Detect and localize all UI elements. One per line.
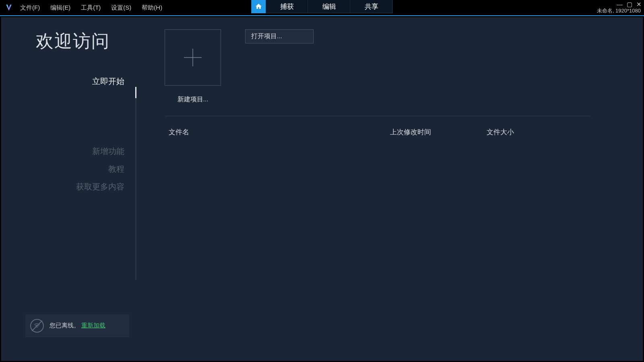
app-logo-icon <box>4 3 14 12</box>
menu-tools[interactable]: 工具(T) <box>79 3 102 12</box>
menu-bar: 文件(F) 编辑(E) 工具(T) 设置(S) 帮助(H) <box>19 3 164 12</box>
offline-icon <box>30 319 44 333</box>
sidebar-item-whats-new[interactable]: 新增功能 <box>1 142 136 160</box>
document-status: 未命名, 1920*1080 <box>597 7 641 14</box>
tab-share[interactable]: 共享 <box>351 0 393 13</box>
divider <box>165 116 590 116</box>
window-controls: — ▢ ✕ <box>617 0 642 8</box>
sidebar-scroll-indicator <box>135 87 136 280</box>
col-filesize: 文件大小 <box>487 128 590 137</box>
offline-card: 您已离线。 重新加载 <box>25 314 129 337</box>
sidebar-item-tutorials[interactable]: 教程 <box>1 160 136 178</box>
menu-help[interactable]: 帮助(H) <box>140 3 164 12</box>
menu-edit[interactable]: 编辑(E) <box>49 3 72 12</box>
tab-home[interactable] <box>252 0 266 13</box>
sidebar: 欢迎访问 立即开始 新增功能 教程 获取更多内容 您已离线。 重新加载 <box>1 17 136 361</box>
sidebar-item-start[interactable]: 立即开始 <box>1 72 136 90</box>
sidebar-indicator-thumb <box>135 87 136 98</box>
tab-capture[interactable]: 捕获 <box>266 0 308 13</box>
recent-list-header: 文件名 上次修改时间 文件大小 <box>165 128 590 137</box>
open-project-button[interactable]: 打开项目... <box>245 29 314 43</box>
menu-file[interactable]: 文件(F) <box>19 3 41 12</box>
mode-tabs: 捕获 编辑 共享 <box>252 0 393 15</box>
title-bar: 文件(F) 编辑(E) 工具(T) 设置(S) 帮助(H) 捕获 编辑 共享 —… <box>0 0 644 16</box>
sidebar-list: 立即开始 新增功能 教程 获取更多内容 <box>1 72 136 314</box>
maximize-icon[interactable]: ▢ <box>627 1 632 7</box>
reload-link[interactable]: 重新加载 <box>81 322 105 329</box>
app-body: 欢迎访问 立即开始 新增功能 教程 获取更多内容 您已离线。 重新加载 新建项目… <box>1 17 643 361</box>
sidebar-item-get-more[interactable]: 获取更多内容 <box>1 178 136 195</box>
menu-settings[interactable]: 设置(S) <box>109 3 133 12</box>
col-filename: 文件名 <box>165 128 390 137</box>
col-last-modified: 上次修改时间 <box>390 128 487 137</box>
tab-edit[interactable]: 编辑 <box>308 0 351 13</box>
page-title: 欢迎访问 <box>1 29 136 53</box>
minimize-icon[interactable]: — <box>617 1 623 7</box>
offline-text: 您已离线。 <box>50 322 80 329</box>
close-icon[interactable]: ✕ <box>636 1 642 7</box>
offline-message: 您已离线。 重新加载 <box>50 321 105 330</box>
new-project-tile[interactable]: 新建项目... <box>165 29 221 104</box>
main-panel: 新建项目... 打开项目... 文件名 上次修改时间 文件大小 <box>136 17 643 361</box>
new-project-label: 新建项目... <box>178 95 208 104</box>
new-project-box <box>165 29 221 86</box>
